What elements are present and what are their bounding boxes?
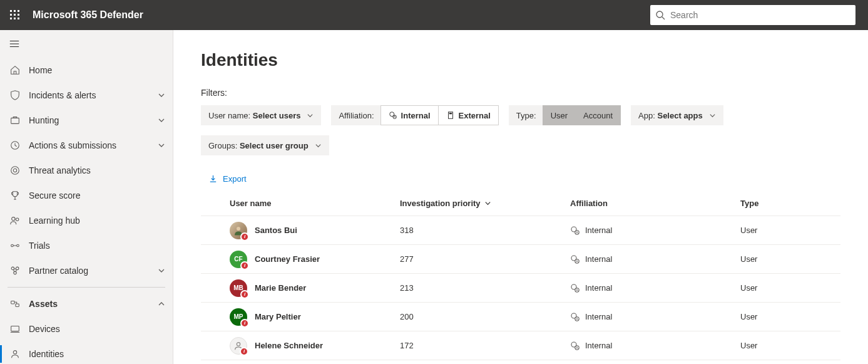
user-name: Santos Bui: [255, 226, 297, 235]
column-type-label: Type: [740, 199, 758, 208]
svg-rect-3: [10, 14, 12, 16]
affiliation-value: Internal: [585, 254, 612, 264]
type-value: User: [740, 341, 840, 350]
internal-icon: A: [570, 283, 580, 293]
waffle-icon[interactable]: [5, 5, 25, 25]
table-row[interactable]: CFCourtney Frasier277AInternalUser: [201, 245, 840, 274]
filter-app-value: Select apps: [657, 111, 702, 120]
export-button[interactable]: Export: [206, 170, 249, 187]
sidebar-item-threat-analytics[interactable]: Threat analytics: [0, 158, 173, 183]
filters-row: User name: Select users Affiliation: A I…: [201, 105, 840, 155]
svg-point-24: [14, 271, 17, 274]
chevron-down-icon: [158, 117, 165, 124]
svg-rect-34: [451, 113, 451, 114]
sidebar-item-label: Learning hub: [29, 216, 165, 226]
chevron-down-icon: [158, 142, 165, 149]
svg-point-18: [12, 217, 15, 221]
search-box[interactable]: [650, 5, 855, 25]
avatar: CF: [230, 251, 247, 268]
column-user[interactable]: User name: [230, 199, 400, 208]
avatar: [230, 222, 247, 239]
analytics-icon: [9, 164, 21, 177]
alert-badge-icon: [240, 347, 248, 356]
sidebar-item-hunting[interactable]: Hunting: [0, 108, 173, 133]
internal-icon: A: [389, 111, 397, 120]
svg-rect-2: [18, 10, 19, 12]
svg-rect-14: [11, 118, 19, 123]
sidebar-item-actions[interactable]: Actions & submissions: [0, 133, 173, 158]
filter-affiliation-external[interactable]: External: [438, 105, 499, 125]
filter-groups[interactable]: Groups: Select user group: [201, 135, 329, 155]
avatar: [230, 337, 247, 355]
external-icon: [446, 111, 455, 120]
svg-point-28: [13, 351, 16, 354]
filter-type-user[interactable]: User: [543, 105, 576, 125]
chevron-down-icon: [307, 112, 314, 119]
table-row[interactable]: Santos Bui318AInternalUser: [201, 216, 840, 245]
sidebar-item-partner[interactable]: Partner catalog: [0, 258, 173, 283]
sidebar-item-secure-score[interactable]: Secure score: [0, 183, 173, 208]
filter-type-user-text: User: [551, 111, 568, 120]
filter-username[interactable]: User name: Select users: [201, 105, 321, 125]
filter-app[interactable]: App: Select apps: [631, 105, 723, 125]
filter-affiliation-internal[interactable]: A Internal: [380, 105, 439, 125]
table-row[interactable]: MPMary Peltier200AInternalUser: [201, 303, 840, 331]
svg-rect-6: [10, 18, 12, 19]
search-icon: [655, 10, 665, 20]
filter-type-account[interactable]: Account: [575, 105, 621, 125]
sidebar-item-learning[interactable]: Learning hub: [0, 208, 173, 233]
sidebar-item-identities[interactable]: Identities: [0, 341, 173, 364]
column-type[interactable]: Type: [740, 199, 840, 208]
type-value: User: [740, 226, 840, 235]
affiliation-value: Internal: [585, 312, 612, 321]
avatar: MB: [230, 279, 247, 297]
svg-text:A: A: [576, 317, 578, 321]
svg-rect-5: [18, 14, 19, 16]
chevron-up-icon: [158, 300, 165, 308]
filter-external-text: External: [459, 111, 491, 120]
svg-point-35: [237, 227, 240, 231]
sidebar-item-label: Hunting: [29, 115, 158, 125]
sort-desc-icon: [484, 200, 491, 207]
filter-groups-value: Select user group: [240, 141, 309, 150]
table-row[interactable]: Helene Schneider172AInternalUser: [201, 331, 840, 360]
user-name: Courtney Frasier: [255, 254, 320, 264]
svg-rect-8: [18, 18, 19, 19]
sidebar-item-label: Trials: [29, 241, 165, 251]
sidebar-item-home[interactable]: Home: [0, 58, 173, 83]
filter-affiliation-group: Affiliation: A Internal External: [331, 105, 498, 125]
sidebar-item-label: Incidents & alerts: [29, 90, 158, 100]
svg-point-19: [16, 218, 19, 221]
user-name: Helene Schneider: [255, 341, 323, 350]
svg-point-20: [11, 244, 14, 247]
svg-point-17: [13, 169, 16, 172]
svg-rect-25: [11, 301, 14, 304]
sidebar-item-label: Partner catalog: [29, 266, 158, 276]
people-icon: [9, 214, 21, 227]
sidebar-item-label: Threat analytics: [29, 165, 165, 175]
user-name: Marie Bender: [255, 283, 306, 293]
sidebar-item-incidents[interactable]: Incidents & alerts: [0, 83, 173, 108]
table-row[interactable]: MBMarie Bender213AInternalUser: [201, 274, 840, 303]
column-priority[interactable]: Investigation priority: [400, 199, 570, 208]
svg-rect-1: [14, 10, 16, 12]
sidebar: Home Incidents & alerts Hunting Actions …: [0, 30, 173, 364]
svg-text:A: A: [576, 259, 578, 263]
svg-text:A: A: [576, 346, 578, 350]
type-value: User: [740, 254, 840, 264]
chevron-down-icon: [158, 91, 165, 99]
column-user-label: User name: [230, 199, 271, 208]
sidebar-item-devices[interactable]: Devices: [0, 316, 173, 341]
priority-value: 213: [400, 283, 570, 293]
svg-point-48: [237, 342, 240, 345]
sidebar-item-assets[interactable]: Assets: [0, 291, 173, 316]
affiliation-value: Internal: [585, 283, 612, 293]
hamburger-icon[interactable]: [0, 30, 173, 58]
priority-value: 172: [400, 341, 570, 350]
svg-point-9: [656, 11, 663, 18]
sidebar-item-trials[interactable]: Trials: [0, 233, 173, 258]
search-input[interactable]: [670, 10, 850, 20]
download-icon: [208, 174, 218, 184]
partner-icon: [9, 264, 21, 277]
column-affiliation[interactable]: Affiliation: [570, 199, 740, 208]
